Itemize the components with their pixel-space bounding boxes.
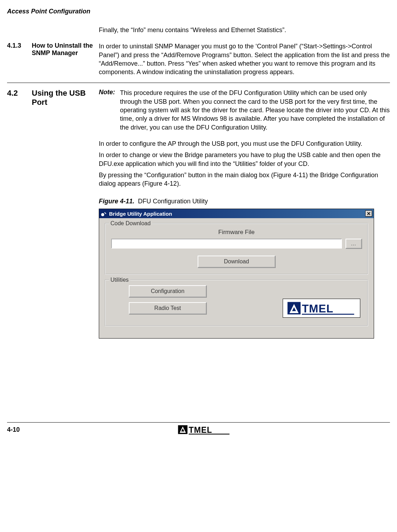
app-icon — [101, 210, 107, 217]
note-block: Note: This procedure requires the use of… — [99, 89, 390, 131]
section-42-p3: By pressing the “Configuration” button i… — [99, 171, 390, 188]
dialog-body: Code Download Firmware File ... Download… — [99, 218, 374, 338]
firmware-file-label: Firmware File — [111, 229, 362, 236]
group-legend: Code Download — [109, 220, 152, 227]
radio-test-button[interactable]: Radio Test — [129, 302, 206, 314]
section-title: How to Uninstall the SNMP Manager — [32, 42, 95, 57]
configuration-button[interactable]: Configuration — [129, 285, 206, 297]
browse-button[interactable]: ... — [345, 239, 362, 249]
section-number: 4.1.3 — [7, 42, 32, 49]
atmel-logo-box: TMEL — [233, 285, 362, 319]
svg-rect-1 — [104, 212, 106, 214]
section-divider — [7, 83, 390, 83]
dialog-titlebar[interactable]: Bridge Utility Application ✕ — [99, 209, 374, 218]
figure-label: Figure 4-11. — [99, 198, 134, 205]
dialog-window: Bridge Utility Application ✕ Code Downlo… — [99, 209, 374, 339]
footer-logo: TMEL — [20, 423, 390, 436]
section-413-body: In order to uninstall SNMP Manager you m… — [99, 42, 390, 76]
running-head: Access Point Configuration — [7, 8, 390, 15]
svg-text:TMEL: TMEL — [188, 425, 212, 435]
dialog-title: Bridge Utility Application — [109, 211, 365, 217]
figure-caption-text: DFU Configuration Utility — [138, 198, 208, 205]
section-42-p2: In order to change or view the Bridge pa… — [99, 151, 390, 168]
close-icon: ✕ — [367, 211, 371, 216]
left-margin-empty — [7, 26, 99, 37]
svg-text:TMEL: TMEL — [302, 303, 333, 315]
group-utilities: Utilities Configuration Radio Test — [105, 280, 368, 326]
close-button[interactable]: ✕ — [365, 210, 372, 217]
firmware-file-input[interactable] — [111, 239, 342, 249]
intro-paragraph: Finally, the “Info” menu contains “Wirel… — [99, 26, 390, 34]
section-title: Using the USB Port — [32, 89, 95, 107]
download-button[interactable]: Download — [198, 256, 275, 268]
figure-caption: Figure 4-11. DFU Configuration Utility — [99, 198, 390, 205]
note-label: Note: — [99, 89, 120, 131]
section-42-p1: In order to configure the AP through the… — [99, 139, 390, 148]
note-body: This procedure requires the use of the D… — [120, 89, 390, 131]
svg-rect-7 — [188, 434, 229, 435]
group-code-download: Code Download Firmware File ... Download — [105, 223, 368, 275]
section-42-heading: 4.2Using the USB Port — [7, 89, 99, 339]
group-legend: Utilities — [109, 277, 130, 283]
svg-rect-4 — [302, 314, 354, 315]
atmel-logo: TMEL — [283, 299, 360, 318]
svg-point-0 — [101, 213, 104, 216]
section-number: 4.2 — [7, 89, 32, 98]
page-number: 4-10 — [7, 426, 20, 434]
footer-rule — [7, 422, 390, 423]
section-413-heading: 4.1.3How to Uninstall the SNMP Manager — [7, 42, 99, 76]
